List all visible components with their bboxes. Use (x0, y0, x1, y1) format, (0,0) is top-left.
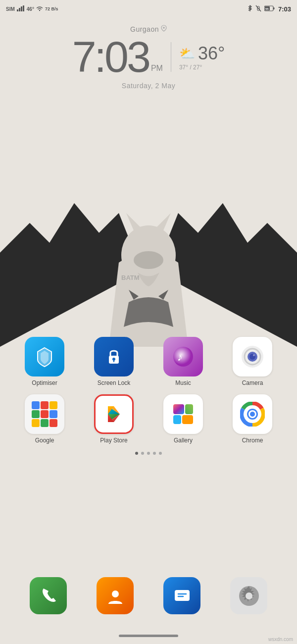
camera-label: Camera (242, 379, 263, 386)
status-left: SIM 46° 72 B/s (6, 5, 58, 12)
settings-icon (230, 577, 267, 614)
svg-text:BATM: BATM (121, 274, 140, 281)
svg-rect-6 (19, 8, 20, 11)
app-chrome[interactable]: Chrome (225, 394, 280, 444)
page-dot-2[interactable] (141, 452, 144, 455)
date-display: Saturday, 2 May (0, 82, 297, 90)
svg-marker-1 (126, 213, 141, 230)
status-bar: SIM 46° 72 B/s (0, 0, 297, 18)
page-dot-5[interactable] (159, 452, 162, 455)
dock-contacts[interactable] (97, 577, 134, 614)
page-dot-3[interactable] (147, 452, 150, 455)
silent-icon (255, 5, 261, 13)
svg-point-25 (253, 354, 255, 356)
svg-text:♪: ♪ (177, 351, 183, 363)
network-speed: 72 B/s (45, 6, 58, 11)
network-type: 46° (27, 6, 34, 12)
svg-rect-36 (182, 415, 193, 424)
music-icon: ♪ (163, 337, 203, 376)
time-display: 7:03 (278, 5, 291, 13)
svg-marker-2 (156, 213, 171, 230)
temperature-main: 36° (198, 43, 225, 64)
battery-icon: 55 (264, 5, 275, 13)
location-pin-icon (161, 25, 167, 33)
app-music[interactable]: ♪ Music (156, 337, 210, 386)
time-weather-row: 7:03 PM ⛅ 36° 37° / 27° (0, 35, 297, 79)
temperature-range: 37° / 27° (179, 64, 202, 71)
camera-icon (233, 337, 272, 376)
app-google[interactable]: Google (17, 394, 72, 444)
chrome-icon (233, 394, 272, 434)
playstore-icon (94, 394, 134, 434)
svg-point-15 (163, 27, 165, 29)
google-folder-icon (25, 394, 64, 434)
svg-point-47 (246, 592, 252, 599)
svg-rect-42 (175, 590, 190, 601)
app-screenlock[interactable]: Screen Lock (87, 337, 141, 386)
page-dot-1[interactable] (135, 452, 138, 455)
svg-point-40 (250, 412, 255, 417)
svg-rect-7 (21, 6, 22, 11)
weather-right: ⛅ 36° 37° / 27° (179, 43, 225, 71)
screenlock-label: Screen Lock (98, 379, 131, 386)
time-weather-divider (171, 42, 171, 72)
app-grid: Optimiser Screen Lock (0, 337, 297, 463)
screenlock-icon (94, 337, 134, 376)
home-pill[interactable] (119, 635, 178, 637)
wifi-icon (36, 5, 43, 12)
chrome-label: Chrome (242, 437, 263, 444)
dock-phone[interactable] (30, 577, 67, 614)
app-camera[interactable]: Camera (225, 337, 280, 386)
phone-icon (30, 577, 67, 614)
google-grid (30, 399, 59, 429)
gallery-label: Gallery (174, 437, 193, 444)
svg-rect-33 (173, 404, 184, 414)
app-row-2: Google (10, 394, 287, 444)
watermark: wsxdn.com (268, 637, 293, 642)
signal-strength (17, 5, 25, 12)
app-playstore[interactable]: Play Store (87, 394, 141, 444)
page-indicators (10, 452, 287, 455)
weather-cloud-icon: ⛅ (179, 46, 195, 61)
bluetooth-icon (248, 5, 252, 13)
svg-rect-35 (173, 415, 181, 424)
svg-rect-8 (23, 5, 24, 11)
time-period: PM (149, 64, 163, 79)
svg-rect-5 (17, 9, 18, 11)
optimiser-icon (25, 337, 64, 376)
dock-settings[interactable] (230, 577, 267, 614)
gallery-icon (163, 394, 203, 434)
carrier-text: SIM (6, 6, 15, 12)
contacts-icon (97, 577, 134, 614)
app-row-1: Optimiser Screen Lock (10, 337, 287, 386)
svg-point-19 (173, 347, 193, 367)
page-dot-4[interactable] (153, 452, 156, 455)
svg-point-41 (112, 590, 119, 597)
app-gallery[interactable]: Gallery (156, 394, 210, 444)
google-label: Google (35, 437, 54, 444)
dock-messages[interactable] (163, 577, 200, 614)
music-label: Music (175, 379, 191, 386)
clock-time: 7:03 (72, 35, 149, 79)
playstore-label: Play Store (100, 437, 127, 444)
batman-wallpaper: BATM (0, 163, 297, 347)
status-right: 55 7:03 (248, 5, 291, 13)
app-optimiser[interactable]: Optimiser (17, 337, 72, 386)
messages-icon (163, 577, 200, 614)
svg-text:55: 55 (265, 7, 269, 10)
weather-widget: Gurgaon 7:03 PM ⛅ 36° 37° / 27° Saturday… (0, 25, 297, 90)
svg-point-3 (134, 251, 163, 269)
svg-rect-34 (185, 404, 193, 414)
optimiser-label: Optimiser (32, 379, 57, 386)
dock (0, 577, 297, 614)
svg-rect-12 (273, 7, 275, 9)
